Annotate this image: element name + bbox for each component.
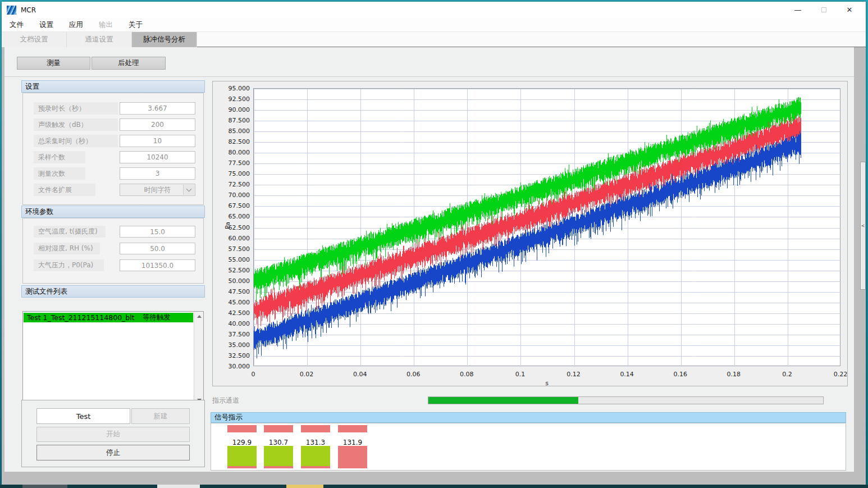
desktop: { "window": { "title": "MCR", "controls"…	[0, 0, 868, 488]
menu-bar: 文件 设置 应用 输出 关于	[2, 18, 866, 32]
field-input-total-time[interactable]: 10	[120, 135, 195, 147]
indicator-channel-label: 指示通道	[212, 396, 239, 405]
chart-container: 95.00092.50090.00087.50085.00082.50080.0…	[212, 81, 848, 386]
signal-strip-3	[301, 425, 330, 432]
x-tick-label: 0.02	[295, 371, 318, 378]
field-label-trigger-db: 声级触发（dB）	[34, 118, 118, 131]
signal-value-1: 129.9	[227, 439, 257, 446]
y-tick-label: 32.500	[216, 352, 250, 359]
y-tick-label: 45.000	[216, 299, 250, 306]
x-tick-label: 0	[242, 371, 264, 378]
y-tick-label: 72.500	[216, 181, 250, 188]
y-tick-label: 85.000	[216, 127, 250, 135]
minimize-button[interactable]: —	[785, 2, 811, 18]
maximize-button[interactable]	[811, 2, 837, 18]
field-label-prerecord: 预录时长（秒）	[34, 102, 118, 115]
window-title: MCR	[21, 6, 36, 14]
test-name-input[interactable]: Test	[36, 408, 130, 424]
field-label-measure-count: 测量次数	[34, 167, 85, 180]
subtab-measure[interactable]: 测量	[17, 57, 90, 70]
signal-box-3	[301, 446, 330, 468]
list-item[interactable]: Test 1_Test_211215114800_blt 等待触发	[24, 313, 193, 322]
y-tick-label: 95.000	[216, 85, 250, 92]
y-tick-label: 62.500	[216, 224, 250, 231]
x-tick-label: 0.1	[509, 371, 531, 378]
field-input-air-temp[interactable]: 15.0	[120, 226, 195, 238]
title-bar[interactable]: MCR — ✕	[2, 2, 866, 18]
taskbar-icon-sliver	[286, 485, 323, 488]
tab-document-settings[interactable]: 文档设置	[2, 32, 67, 47]
tab-strip: 文档设置 通道设置 脉冲信号分析	[2, 32, 866, 47]
field-input-prerecord[interactable]: 3.667	[120, 102, 195, 115]
field-label-air-temp: 空气温度, t(摄氏度)	[34, 226, 106, 238]
y-tick-label: 87.500	[216, 117, 250, 124]
divider	[4, 76, 854, 77]
y-tick-label: 50.000	[216, 277, 250, 285]
y-tick-label: 47.500	[216, 288, 250, 295]
app-window: MCR — ✕ 文件 设置 应用 输出 关于 文档设置 通道设置 脉冲信号分析 …	[2, 2, 866, 485]
filename-ext-dropdown[interactable]: 时间字符	[120, 184, 195, 196]
y-tick-label: 80.000	[216, 149, 250, 156]
x-tick-label: 0.04	[349, 371, 371, 378]
file-list-header: 测试文件列表	[21, 285, 205, 298]
menu-item-file[interactable]: 文件	[2, 20, 31, 30]
signal-value-2: 130.7	[264, 439, 293, 446]
stop-button[interactable]: 停止	[36, 445, 190, 460]
field-input-trigger-db[interactable]: 200	[120, 118, 195, 131]
menu-item-apply[interactable]: 应用	[61, 20, 91, 30]
x-axis-label: s	[253, 380, 840, 387]
field-label-total-time: 总采集时间（秒）	[34, 135, 118, 147]
taskbar-sliver	[0, 485, 868, 488]
subtab-post-process[interactable]: 后处理	[92, 57, 166, 70]
list-item-name: Test 1_Test_211215114800_blt	[27, 313, 135, 322]
taskbar-icon-sliver	[157, 485, 200, 488]
test-file-listbox[interactable]: Test 1_Test_211215114800_blt 等待触发	[22, 311, 204, 405]
menu-item-about[interactable]: 关于	[121, 20, 150, 30]
list-item-status: 等待触发	[143, 313, 171, 322]
menu-item-settings[interactable]: 设置	[31, 20, 61, 30]
taskbar-icon-sliver	[22, 485, 67, 488]
y-tick-label: 60.000	[216, 235, 250, 242]
dropdown-button[interactable]	[183, 185, 194, 195]
scroll-up-icon[interactable]	[194, 312, 204, 321]
field-label-filename-ext: 文件名扩展	[34, 184, 95, 196]
y-tick-label: 35.000	[216, 341, 250, 349]
filename-ext-value: 时间字符	[144, 185, 171, 195]
side-panel-handle[interactable]: <	[860, 162, 866, 290]
x-tick-label: 0.16	[669, 371, 692, 378]
field-input-pressure[interactable]: 101350.0	[120, 259, 195, 271]
y-tick-label: 42.500	[216, 309, 250, 317]
tab-pulse-signal-analysis[interactable]: 脉冲信号分析	[132, 32, 197, 47]
y-tick-label: 92.500	[216, 95, 250, 103]
acquisition-progress-bar	[428, 396, 824, 404]
start-button[interactable]: 开始	[36, 427, 190, 442]
signal-strip-4	[338, 425, 367, 432]
y-tick-label: 70.000	[216, 191, 250, 199]
new-button[interactable]: 新建	[131, 408, 190, 424]
maximize-icon	[821, 7, 826, 12]
y-tick-label: 90.000	[216, 106, 250, 113]
y-tick-label: 57.500	[216, 245, 250, 253]
menu-item-output[interactable]: 输出	[91, 20, 121, 30]
y-tick-label: 52.500	[216, 267, 250, 274]
environment-group-header: 环境参数	[21, 206, 205, 218]
y-tick-label: 82.500	[216, 138, 250, 145]
field-label-sample-count: 采样个数	[34, 151, 85, 163]
tab-channel-settings[interactable]: 通道设置	[67, 32, 132, 47]
x-tick-label: 0.08	[455, 371, 478, 378]
y-tick-label: 67.500	[216, 202, 250, 209]
field-input-humidity[interactable]: 50.0	[120, 243, 195, 254]
list-scrollbar[interactable]	[194, 312, 203, 405]
y-axis-label: Pa	[224, 222, 231, 229]
signal-value-3: 131.3	[301, 439, 330, 446]
waveform-canvas	[254, 89, 841, 367]
close-button[interactable]: ✕	[837, 2, 862, 18]
x-tick-label: 0.2	[776, 371, 798, 378]
app-logo-icon	[7, 6, 16, 15]
signal-panel-header: 信号指示	[211, 412, 846, 423]
field-input-sample-count[interactable]: 10240	[120, 151, 195, 163]
signal-box-4	[338, 446, 367, 468]
field-label-humidity: 相对湿度, RH (%)	[34, 243, 100, 254]
field-input-measure-count[interactable]: 3	[120, 167, 195, 180]
y-tick-label: 75.000	[216, 170, 250, 177]
